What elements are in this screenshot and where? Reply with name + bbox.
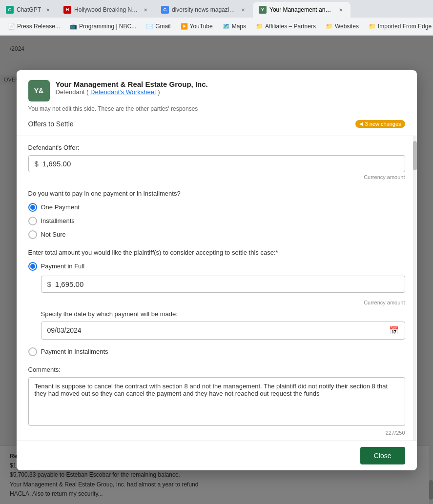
radio-label-installments: Installments (41, 217, 75, 224)
radio-label-not-sure: Not Sure (41, 231, 66, 238)
tab-close-diversity[interactable]: ✕ (239, 6, 247, 14)
company-name: Your Management & Real Estate Group, Inc… (56, 80, 208, 88)
modal-dialog: Y& Your Management & Real Estate Group, … (17, 70, 417, 470)
tab-favicon-chatgpt: G (6, 6, 14, 14)
payment-full-block: Payment in Full $ Currency amount (28, 262, 405, 340)
bookmark-icon-imported-edge: 📁 (369, 23, 376, 30)
bookmark-label-gmail: Gmail (155, 23, 170, 30)
tab-hollywood[interactable]: H Hollywood Breaking News, Ent... ✕ (58, 2, 155, 18)
bookmark-bar: 📄 Press Release... 📺 Programming | NBC..… (0, 18, 433, 35)
new-changes-badge: ◀ 3 new changes (355, 120, 405, 128)
tab-close-chatgpt[interactable]: ✕ (44, 6, 52, 14)
payment-question-field: Do you want to pay in one payment or in … (28, 190, 405, 239)
company-logo: Y& (28, 80, 50, 101)
bookmark-maps[interactable]: 🗺️ Maps (219, 22, 250, 31)
modal-backdrop: Y& Your Management & Real Estate Group, … (0, 36, 433, 504)
defendant-label: Defendant (56, 88, 85, 96)
bookmark-icon-nbc: 📺 (70, 23, 77, 30)
bookmark-websites[interactable]: 📁 Websites (322, 22, 363, 31)
date-label: Specify the date by which payment will b… (41, 310, 405, 318)
modal-scrollbar-thumb (413, 141, 417, 170)
bookmark-youtube[interactable]: ▶️ YouTube (177, 22, 217, 31)
readonly-notice: You may not edit this side. These are th… (28, 105, 405, 112)
radio-not-sure[interactable]: Not Sure (28, 230, 405, 239)
modal-body[interactable]: Defendant's Offer: $ Currency amount Do … (17, 136, 417, 441)
radio-circle-one-payment (28, 203, 37, 212)
section-header: Offers to Settle ◀ 3 new changes (28, 116, 405, 130)
offer-currency-symbol: $ (35, 160, 39, 168)
bookmark-label-affiliates: Affiliates – Partners (265, 23, 316, 30)
worksheet-link[interactable]: Defendant's Worksheet (90, 88, 156, 96)
total-amount-field: Enter total amount you would like the pl… (28, 249, 405, 356)
tab-favicon-management: Y (259, 6, 267, 14)
tab-bar: G ChatGPT ✕ H Hollywood Breaking News, E… (0, 0, 433, 18)
badge-text: 3 new changes (365, 121, 401, 127)
defendant-offer-label: Defendant's Offer: (28, 144, 405, 151)
bookmark-nbc[interactable]: 📺 Programming | NBC... (66, 22, 140, 31)
form-content: Defendant's Offer: $ Currency amount Do … (17, 136, 417, 441)
tab-management[interactable]: Y Your Management and Rea... ✕ (253, 2, 351, 18)
tab-title-management: Your Management and Rea... (269, 6, 334, 13)
bookmark-affiliates[interactable]: 📁 Affiliates – Partners (252, 22, 320, 31)
full-currency-label: Currency amount (41, 300, 405, 305)
bookmark-label-websites: Websites (335, 23, 359, 30)
modal-footer: Close (17, 441, 417, 470)
bookmark-label-imported-edge: Imported From Edge (378, 23, 432, 30)
payment-question-text: Do you want to pay in one payment or in … (28, 190, 405, 197)
bookmark-icon-gmail: ✉️ (146, 23, 153, 30)
payment-radio-group: One Payment Installments Not Sure (28, 203, 405, 239)
tab-diversity[interactable]: G diversity news magazine - Goo... ✕ (155, 2, 253, 18)
modal-scrollbar[interactable] (413, 136, 417, 441)
date-input[interactable] (47, 326, 389, 334)
close-button[interactable]: Close (360, 447, 405, 464)
tab-chatgpt[interactable]: G ChatGPT ✕ (0, 2, 58, 18)
bookmark-imported-edge[interactable]: 📁 Imported From Edge (365, 22, 433, 31)
browser-chrome: G ChatGPT ✕ H Hollywood Breaking News, E… (0, 0, 433, 36)
bookmark-label-nbc: Programming | NBC... (79, 23, 136, 30)
radio-payment-installments[interactable]: Payment in Installments (28, 347, 405, 356)
total-amount-question: Enter total amount you would like the pl… (28, 249, 405, 256)
offer-currency-label: Currency amount (28, 174, 405, 180)
radio-one-payment[interactable]: One Payment (28, 203, 405, 212)
page-background: /2024 OVERVI Request for Payment: $1,695… (0, 36, 433, 504)
radio-label-one-payment: One Payment (41, 203, 80, 211)
char-count: 227/250 (28, 430, 405, 436)
offer-amount-input[interactable] (42, 160, 399, 168)
tab-close-hollywood[interactable]: ✕ (142, 6, 149, 14)
bookmark-icon-affiliates: 📁 (256, 23, 263, 30)
radio-dot-one-payment (30, 205, 35, 210)
radio-circle-payment-full (28, 262, 37, 271)
radio-installments[interactable]: Installments (28, 217, 405, 225)
payment-type-group: Payment in Full $ Currency amount (28, 262, 405, 356)
tab-favicon-diversity: G (161, 6, 169, 14)
modal-header: Y& Your Management & Real Estate Group, … (17, 70, 417, 136)
calendar-icon[interactable]: 📅 (389, 326, 399, 335)
radio-circle-not-sure (28, 230, 37, 239)
bookmark-press-release[interactable]: 📄 Press Release... (4, 22, 64, 31)
full-amount-input[interactable] (55, 280, 399, 288)
radio-circle-payment-installments (28, 347, 37, 356)
bookmark-label-maps: Maps (232, 23, 246, 30)
comments-field: Comments: Tenant is suppose to cancel th… (28, 366, 405, 436)
radio-label-payment-installments: Payment in Installments (41, 348, 108, 355)
badge-arrow-icon: ◀ (359, 121, 363, 126)
comments-label: Comments: (28, 366, 405, 373)
bookmark-label-press-release: Press Release... (17, 23, 60, 30)
date-input-wrapper: 📅 (41, 322, 405, 340)
full-currency-symbol: $ (47, 280, 51, 288)
bookmark-icon-press-release: 📄 (8, 23, 15, 30)
bookmark-gmail[interactable]: ✉️ Gmail (142, 22, 174, 31)
tab-title-hollywood: Hollywood Breaking News, Ent... (74, 6, 139, 13)
radio-circle-installments (28, 217, 37, 225)
company-info: Your Management & Real Estate Group, Inc… (56, 80, 208, 96)
comments-textarea[interactable]: Tenant is suppose to cancel the contract… (28, 377, 405, 426)
tab-title-diversity: diversity news magazine - Goo... (172, 6, 236, 13)
radio-payment-full[interactable]: Payment in Full (28, 262, 405, 271)
bookmark-icon-maps: 🗺️ (223, 23, 230, 30)
radio-label-payment-full: Payment in Full (41, 262, 85, 270)
bookmark-icon-youtube: ▶️ (181, 23, 188, 30)
tab-close-management[interactable]: ✕ (337, 6, 345, 14)
offer-amount-wrapper: $ (28, 155, 405, 172)
radio-dot-payment-full (30, 264, 35, 269)
defendant-offer-field: Defendant's Offer: $ Currency amount (28, 144, 405, 180)
